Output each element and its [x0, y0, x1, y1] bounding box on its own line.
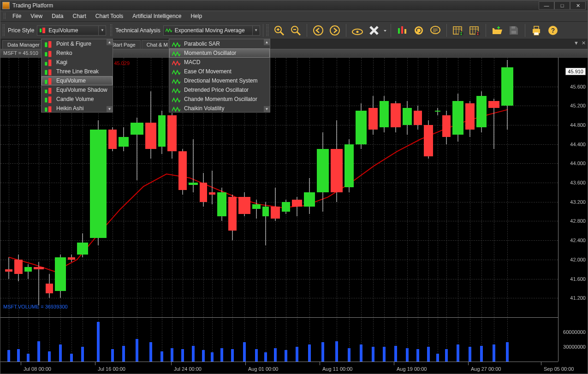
- volume-bar: [383, 347, 386, 362]
- menu-help[interactable]: Help: [186, 12, 207, 21]
- close-button[interactable]: ✕: [570, 1, 586, 10]
- y-tick-label: 44.400: [570, 142, 586, 147]
- volume-bar: [111, 349, 114, 362]
- candle: [465, 101, 475, 137]
- svg-rect-50: [45, 98, 47, 102]
- candle: [178, 149, 187, 195]
- ta-label: Technical Analysis: [115, 27, 160, 34]
- volume-bar: [480, 346, 483, 362]
- svg-rect-42: [45, 62, 47, 65]
- save-button[interactable]: [506, 23, 521, 38]
- svg-rect-38: [45, 42, 47, 47]
- dropdown-arrow-icon[interactable]: [383, 23, 387, 38]
- candles-toggle-button[interactable]: [395, 23, 410, 38]
- zoom-in-button[interactable]: [272, 23, 286, 38]
- crosshair-button[interactable]: [350, 23, 365, 38]
- price-style-dropdown[interactable]: EquiVolume ▼: [37, 25, 106, 36]
- ta-dropdown[interactable]: Exponential Moving Average ▼: [163, 25, 260, 36]
- refresh-button[interactable]: [411, 23, 426, 38]
- close-tab-icon[interactable]: ✕: [582, 40, 586, 46]
- price-style-menu[interactable]: ▲ ▼ Point & FigureRenkoKagiThree Line Br…: [41, 39, 113, 113]
- scroll-down-icon[interactable]: ▼: [107, 106, 113, 112]
- calendar-add-button[interactable]: [451, 23, 465, 38]
- menu-view[interactable]: View: [26, 12, 47, 21]
- price-style-item[interactable]: Renko: [42, 48, 113, 58]
- svg-line-7: [297, 32, 300, 35]
- candle: [271, 188, 280, 221]
- zoom-out-button[interactable]: [288, 23, 303, 38]
- menu-ai[interactable]: Artificial Intelligence: [128, 12, 186, 21]
- scroll-left-button[interactable]: [311, 23, 326, 38]
- ta-item[interactable]: Detrended Price Oscillator: [169, 85, 270, 95]
- candle: [442, 111, 451, 144]
- separator: [346, 24, 346, 37]
- notes-button[interactable]: [428, 23, 443, 38]
- open-button[interactable]: [490, 23, 505, 38]
- x-axis: Jul 08 00:00Jul 16 00:00Jul 24 00:00Aug …: [0, 362, 558, 374]
- y-tick-label: 45.200: [570, 103, 586, 108]
- volume-bar: [7, 350, 10, 362]
- pane-separator: [0, 317, 558, 318]
- price-style-item[interactable]: EquiVolume: [42, 76, 113, 85]
- style-item-icon: [44, 41, 53, 47]
- volume-bar: [321, 342, 324, 362]
- price-style-item[interactable]: EquiVolume Shadow: [42, 85, 113, 95]
- minimize-button[interactable]: —: [539, 1, 554, 10]
- toolbar: Price Style EquiVolume ▼ Technical Analy…: [0, 22, 588, 39]
- candle: [476, 91, 487, 132]
- volume-bar: [202, 350, 205, 362]
- style-item-icon: [44, 87, 53, 93]
- ta-item[interactable]: Ease Of Movement: [169, 67, 270, 76]
- tab-chat[interactable]: Chat & M: [142, 40, 173, 49]
- candle: [217, 188, 226, 221]
- volume-bar: [255, 349, 258, 362]
- menu-chart[interactable]: Chart: [68, 12, 91, 21]
- calendar-remove-button[interactable]: [467, 23, 482, 38]
- candle: [435, 108, 440, 115]
- ta-item[interactable]: Chande Momentum Oscillator: [169, 95, 270, 104]
- help-button[interactable]: ?: [546, 23, 560, 38]
- candle: [34, 262, 44, 305]
- maximize-button[interactable]: □: [554, 1, 570, 10]
- ta-item[interactable]: Chaikin Volatility: [169, 104, 270, 113]
- app-icon: [2, 2, 10, 9]
- volume-bar: [243, 342, 246, 362]
- candle: [228, 195, 237, 240]
- candle: [344, 139, 354, 192]
- style-item-icon: [44, 77, 53, 84]
- price-style-item[interactable]: Point & Figure: [42, 39, 113, 48]
- scroll-up-icon[interactable]: ▲: [107, 39, 113, 45]
- ta-item[interactable]: Parabolic SAR: [169, 39, 270, 48]
- candle: [238, 192, 250, 216]
- svg-rect-34: [534, 26, 539, 29]
- scroll-down-icon[interactable]: ▼: [264, 106, 270, 112]
- dropdown-arrow-icon[interactable]: ▼: [574, 40, 579, 46]
- price-style-item[interactable]: Three Line Break: [42, 67, 113, 76]
- volume-bar: [406, 348, 409, 362]
- scroll-up-icon[interactable]: ▲: [264, 39, 270, 45]
- svg-rect-43: [48, 59, 51, 66]
- ta-item[interactable]: MACD: [169, 58, 270, 67]
- candle: [304, 178, 315, 214]
- menu-file[interactable]: File: [8, 12, 26, 21]
- delete-button[interactable]: [367, 23, 381, 38]
- ta-menu[interactable]: ▲ ▼ Parabolic SARMomentum OscillatorMACD…: [169, 39, 270, 113]
- scroll-right-button[interactable]: [327, 23, 342, 38]
- print-button[interactable]: [529, 23, 544, 38]
- ta-item[interactable]: Directional Movement System: [169, 76, 270, 85]
- price-style-item[interactable]: Kagi: [42, 58, 113, 67]
- tab-data-manager[interactable]: Data Manager: [2, 40, 45, 49]
- wave-icon: [172, 105, 180, 112]
- svg-rect-46: [45, 80, 47, 84]
- ta-item[interactable]: Momentum Oscillator: [169, 48, 270, 58]
- candle: [189, 139, 198, 192]
- svg-rect-32: [511, 26, 515, 29]
- candle: [414, 106, 422, 130]
- volume-bar: [70, 354, 73, 362]
- price-style-item[interactable]: Heikin Ashi: [42, 104, 113, 113]
- volume-bar: [48, 351, 51, 362]
- menu-chart-tools[interactable]: Chart Tools: [91, 12, 128, 21]
- price-style-item[interactable]: Candle Volume: [42, 95, 113, 104]
- menu-data[interactable]: Data: [47, 12, 68, 21]
- candle: [77, 233, 88, 257]
